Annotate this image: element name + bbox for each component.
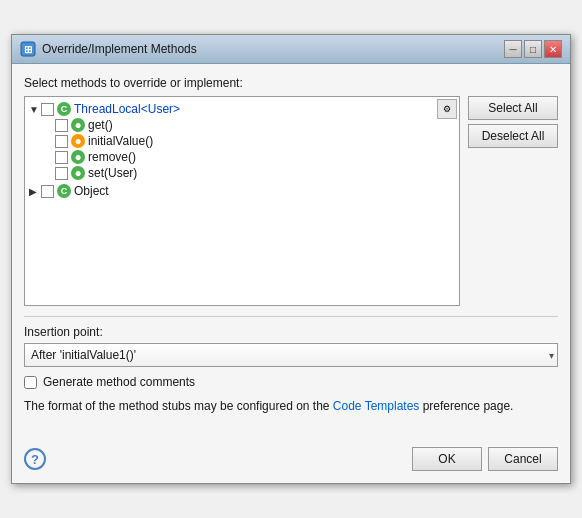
tree-item-get[interactable]: ▶ ● get() (29, 117, 455, 133)
expand-arrow-object[interactable]: ▶ (29, 186, 41, 197)
help-icon[interactable]: ? (24, 448, 46, 470)
checkbox-initialvalue[interactable] (55, 135, 68, 148)
minimize-button[interactable]: ─ (504, 40, 522, 58)
tree-item-object[interactable]: ▶ C Object (29, 183, 455, 199)
item-label-object: Object (74, 184, 109, 198)
item-label-remove: remove() (88, 150, 136, 164)
item-label-get: get() (88, 118, 113, 132)
item-label-set: set(User) (88, 166, 137, 180)
generate-comments-row: Generate method comments (24, 375, 558, 389)
code-templates-link[interactable]: Code Templates (333, 399, 420, 413)
insertion-section: Insertion point: After 'initialValue1()'… (24, 325, 558, 367)
tree-item-threadlocal[interactable]: ▼ C ThreadLocal<User> (29, 101, 455, 117)
dialog-title: Override/Implement Methods (42, 42, 197, 56)
checkbox-threadlocal[interactable] (41, 103, 54, 116)
checkbox-set[interactable] (55, 167, 68, 180)
title-bar: ⊞ Override/Implement Methods ─ □ ✕ (12, 35, 570, 64)
item-label-initialvalue: initialValue() (88, 134, 153, 148)
close-button[interactable]: ✕ (544, 40, 562, 58)
bottom-right-buttons: OK Cancel (412, 447, 558, 471)
title-controls: ─ □ ✕ (504, 40, 562, 58)
item-label-threadlocal: ThreadLocal<User> (74, 102, 180, 116)
method-icon-set: ● (71, 166, 85, 180)
collapse-arrow-threadlocal[interactable]: ▼ (29, 104, 41, 115)
tree-item-initialvalue[interactable]: ▶ ● initialValue() (29, 133, 455, 149)
title-bar-left: ⊞ Override/Implement Methods (20, 41, 197, 57)
dialog-body: Select methods to override or implement:… (12, 64, 570, 439)
deselect-all-button[interactable]: Deselect All (468, 124, 558, 148)
method-icon-initialvalue: ● (71, 134, 85, 148)
info-text-after: preference page. (419, 399, 513, 413)
insertion-select[interactable]: After 'initialValue1()' Before 'initialV… (24, 343, 558, 367)
dialog-window: ⊞ Override/Implement Methods ─ □ ✕ Selec… (11, 34, 571, 484)
select-all-button[interactable]: Select All (468, 96, 558, 120)
bottom-bar: ? OK Cancel (12, 439, 570, 483)
insertion-select-wrapper: After 'initialValue1()' Before 'initialV… (24, 343, 558, 367)
checkbox-object[interactable] (41, 185, 54, 198)
method-icon-get: ● (71, 118, 85, 132)
checkbox-remove[interactable] (55, 151, 68, 164)
ok-button[interactable]: OK (412, 447, 482, 471)
generate-comments-label: Generate method comments (43, 375, 195, 389)
insertion-label: Insertion point: (24, 325, 558, 339)
tree-settings-icon[interactable]: ⚙ (437, 99, 457, 119)
checkbox-get[interactable] (55, 119, 68, 132)
cancel-button[interactable]: Cancel (488, 447, 558, 471)
method-tree[interactable]: ⚙ ▼ C ThreadLocal<User> ▶ ● get() (24, 96, 460, 306)
maximize-button[interactable]: □ (524, 40, 542, 58)
class-icon-threadlocal: C (57, 102, 71, 116)
tree-item-remove[interactable]: ▶ ● remove() (29, 149, 455, 165)
generate-comments-checkbox[interactable] (24, 376, 37, 389)
info-text-before: The format of the method stubs may be co… (24, 399, 333, 413)
method-icon-remove: ● (71, 150, 85, 164)
divider-1 (24, 316, 558, 317)
svg-text:⊞: ⊞ (24, 44, 32, 55)
top-row: ⚙ ▼ C ThreadLocal<User> ▶ ● get() (24, 96, 558, 306)
info-text: The format of the method stubs may be co… (24, 397, 558, 415)
dialog-icon: ⊞ (20, 41, 36, 57)
tree-item-set[interactable]: ▶ ● set(User) (29, 165, 455, 181)
right-buttons: Select All Deselect All (468, 96, 558, 306)
section-label: Select methods to override or implement: (24, 76, 558, 90)
class-icon-object: C (57, 184, 71, 198)
